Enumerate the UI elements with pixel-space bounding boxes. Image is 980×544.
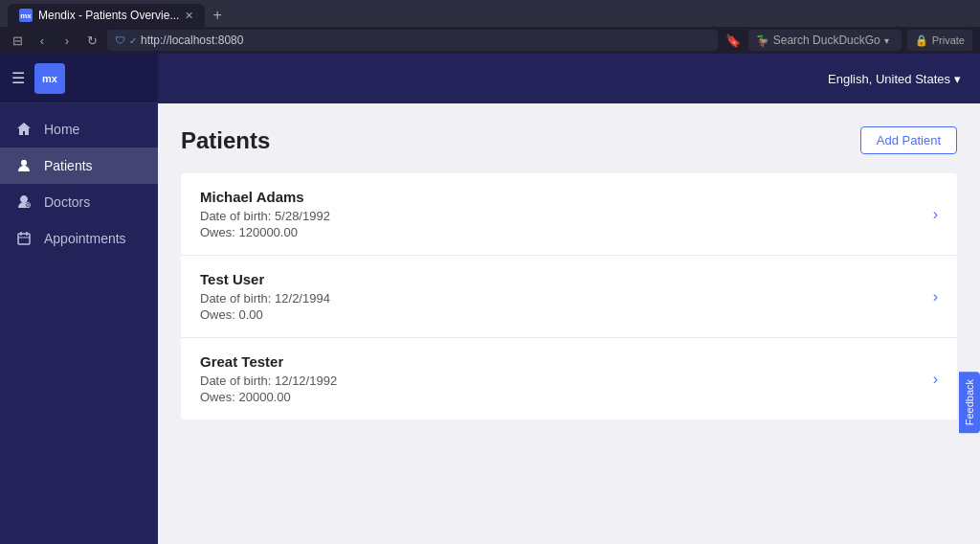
check-icon: ✓ bbox=[129, 35, 137, 46]
add-patient-button[interactable]: Add Patient bbox=[860, 126, 957, 154]
patient-owes: Owes: 0.00 bbox=[200, 307, 933, 322]
sidebar-nav: Home Patients bbox=[0, 103, 158, 544]
appointments-icon bbox=[15, 230, 33, 247]
search-dropdown-icon[interactable]: ▾ bbox=[884, 35, 889, 46]
sidebar-toggle-button[interactable]: ⊟ bbox=[8, 31, 27, 50]
chevron-right-icon: › bbox=[933, 288, 938, 306]
lock-icon: 🔒 bbox=[915, 34, 928, 47]
patient-item[interactable]: Great Tester Date of birth: 12/12/1992 O… bbox=[181, 338, 957, 419]
sidebar-item-home[interactable]: Home bbox=[0, 111, 158, 147]
patient-dob: Date of birth: 12/12/1992 bbox=[200, 374, 933, 388]
patient-owes: Owes: 120000.00 bbox=[200, 225, 933, 239]
sidebar: ☰ mx Home Patie bbox=[0, 54, 158, 544]
app-logo: mx bbox=[34, 63, 65, 94]
patient-info: Great Tester Date of birth: 12/12/1992 O… bbox=[200, 353, 933, 404]
app-container: ☰ mx Home Patie bbox=[0, 54, 980, 544]
bookmark-icon[interactable]: 🔖 bbox=[724, 34, 743, 48]
main-content: Patients Add Patient Michael Adams Date … bbox=[158, 103, 980, 544]
language-arrow: ▾ bbox=[954, 72, 961, 86]
sidebar-header: ☰ mx bbox=[0, 54, 158, 103]
main-area: English, United States ▾ Patients Add Pa… bbox=[158, 54, 980, 544]
patient-name: Test User bbox=[200, 271, 933, 287]
address-bar[interactable]: 🛡 ✓ http://localhost:8080 bbox=[107, 30, 718, 51]
patient-owes: Owes: 20000.00 bbox=[200, 390, 933, 404]
home-icon bbox=[15, 121, 33, 138]
patient-list: Michael Adams Date of birth: 5/28/1992 O… bbox=[181, 173, 957, 419]
patient-item[interactable]: Test User Date of birth: 12/2/1994 Owes:… bbox=[181, 256, 957, 338]
sidebar-item-appointments-label: Appointments bbox=[44, 231, 126, 246]
browser-chrome: mx Mendix - Patients Overvie... ✕ + ⊟ ‹ … bbox=[0, 0, 980, 54]
search-box[interactable]: 🦆 Search DuckDuckGo ▾ bbox=[748, 30, 902, 51]
url-text: http://localhost:8080 bbox=[141, 34, 710, 47]
shield-icon: 🛡 bbox=[115, 34, 125, 46]
sidebar-item-appointments[interactable]: Appointments bbox=[0, 220, 158, 257]
patient-name: Great Tester bbox=[200, 353, 933, 370]
page-content-area: Patients Add Patient Michael Adams Date … bbox=[158, 103, 980, 442]
patient-dob: Date of birth: 5/28/1992 bbox=[200, 209, 933, 223]
top-bar: English, United States ▾ bbox=[158, 54, 980, 103]
patient-dob: Date of birth: 12/2/1994 bbox=[200, 291, 933, 306]
forward-button[interactable]: › bbox=[57, 31, 77, 50]
sidebar-item-patients[interactable]: Patients bbox=[0, 147, 158, 184]
sidebar-item-patients-label: Patients bbox=[44, 158, 93, 173]
tab-close-icon[interactable]: ✕ bbox=[185, 10, 193, 22]
language-selector[interactable]: English, United States ▾ bbox=[828, 72, 961, 86]
sidebar-item-home-label: Home bbox=[44, 122, 79, 137]
tab-favicon: mx bbox=[19, 9, 33, 22]
chevron-right-icon: › bbox=[933, 371, 938, 388]
sidebar-item-doctors[interactable]: Doctors bbox=[0, 184, 158, 220]
patient-info: Test User Date of birth: 12/2/1994 Owes:… bbox=[200, 271, 933, 322]
language-text: English, United States bbox=[828, 72, 950, 86]
patients-icon bbox=[15, 157, 33, 174]
back-button[interactable]: ‹ bbox=[33, 31, 52, 50]
patient-info: Michael Adams Date of birth: 5/28/1992 O… bbox=[200, 189, 933, 239]
private-button[interactable]: 🔒 Private bbox=[907, 30, 972, 51]
patient-name: Michael Adams bbox=[200, 189, 933, 205]
search-text: Search DuckDuckGo bbox=[773, 34, 880, 47]
tab-title: Mendix - Patients Overvie... bbox=[38, 9, 179, 22]
duck-icon: 🦆 bbox=[756, 34, 769, 47]
new-tab-button[interactable]: + bbox=[205, 4, 229, 27]
patient-item[interactable]: Michael Adams Date of birth: 5/28/1992 O… bbox=[181, 173, 957, 256]
hamburger-icon[interactable]: ☰ bbox=[11, 69, 25, 87]
feedback-button[interactable]: Feedback bbox=[959, 372, 980, 433]
chevron-right-icon: › bbox=[933, 206, 938, 223]
page-title: Patients bbox=[181, 127, 270, 154]
page-header: Patients Add Patient bbox=[181, 126, 957, 154]
svg-rect-5 bbox=[18, 234, 30, 244]
doctors-icon bbox=[15, 193, 33, 211]
reload-button[interactable]: ↻ bbox=[82, 31, 101, 50]
sidebar-item-doctors-label: Doctors bbox=[44, 194, 90, 210]
active-tab[interactable]: mx Mendix - Patients Overvie... ✕ bbox=[8, 4, 205, 27]
